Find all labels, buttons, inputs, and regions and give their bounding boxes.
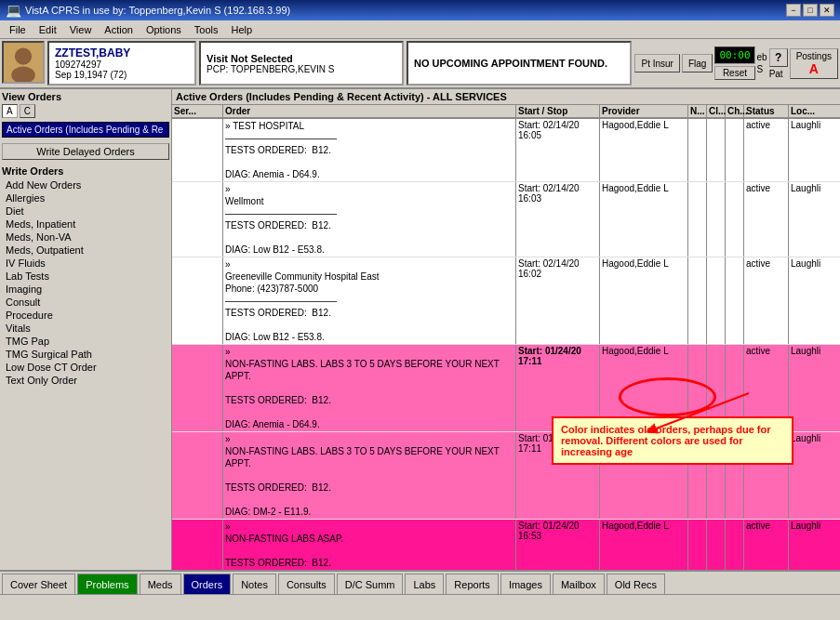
col-header-provider: Provider xyxy=(600,105,688,117)
cell-start-2: Start: 02/14/2016:02 xyxy=(516,257,600,344)
appointment-info: NO UPCOMING APPOINTMENT FOUND. xyxy=(407,41,632,86)
cell-provider-0: Hagood,Eddie L xyxy=(600,119,688,181)
tab-c[interactable]: C xyxy=(20,104,35,118)
status-bar xyxy=(0,594,840,613)
close-button[interactable]: ✕ xyxy=(820,4,834,17)
postings-button[interactable]: Postings A xyxy=(790,48,838,79)
cell-order-1: » Wellmont ———————————— TESTS ORDERED: B… xyxy=(223,182,516,257)
cell-status-0: active xyxy=(744,119,789,181)
view-orders-section: View Orders A C Active Orders (Includes … xyxy=(2,91,169,138)
flag-button[interactable]: Flag xyxy=(682,54,713,73)
menu-low-dose-ct[interactable]: Low Dose CT Order xyxy=(2,361,169,374)
menu-consult[interactable]: Consult xyxy=(2,296,169,309)
menu-tmg-pap[interactable]: TMG Pap xyxy=(2,335,169,348)
pt-insur-button[interactable]: Pt Insur xyxy=(634,54,679,73)
write-delayed-button[interactable]: Write Delayed Orders xyxy=(2,143,169,160)
visit-pcp: PCP: TOPPENBERG,KEVIN S xyxy=(207,64,396,74)
tab-notes[interactable]: Notes xyxy=(233,574,276,594)
write-orders-label: Write Orders xyxy=(2,165,169,177)
cell-ch-5 xyxy=(726,520,744,570)
menu-meds-outpatient[interactable]: Meds, Outpatient xyxy=(2,244,169,257)
cell-cl-5 xyxy=(707,520,726,570)
cell-ch-0 xyxy=(726,119,744,181)
header-controls: Pt Insur Flag 00:00 Reset eb S ? Pat Pos… xyxy=(634,41,838,86)
cell-ser-0 xyxy=(172,119,223,181)
menu-add-new-orders[interactable]: Add New Orders xyxy=(2,178,169,191)
menu-lab-tests[interactable]: Lab Tests xyxy=(2,270,169,283)
menu-allergies[interactable]: Allergies xyxy=(2,191,169,204)
cell-order-3: » NON-FASTING LABS. LABS 3 TO 5 DAYS BEF… xyxy=(223,345,516,431)
tab-old-recs[interactable]: Old Recs xyxy=(607,574,665,594)
left-panel: View Orders A C Active Orders (Includes … xyxy=(0,89,172,570)
postings-label: Postings xyxy=(796,51,832,61)
cell-cl-1 xyxy=(707,182,726,257)
menu-file[interactable]: File xyxy=(4,23,32,36)
col-header-cl: Cl... xyxy=(707,105,726,117)
menu-procedure[interactable]: Procedure xyxy=(2,309,169,322)
cell-provider-2: Hagood,Eddie L xyxy=(600,257,688,344)
cell-n-5 xyxy=(688,520,707,570)
orders-body-wrap: » TEST HOSPITAL ———————————— TESTS ORDER… xyxy=(172,119,840,570)
menu-meds-non-va[interactable]: Meds, Non-VA xyxy=(2,231,169,244)
menu-meds-inpatient[interactable]: Meds, Inpatient xyxy=(2,218,169,231)
cell-n-1 xyxy=(688,182,707,257)
menu-options[interactable]: Options xyxy=(140,23,187,36)
active-orders-tab[interactable]: Active Orders (Includes Pending & Re xyxy=(2,122,169,138)
visit-info: Visit Not Selected PCP: TOPPENBERG,KEVIN… xyxy=(199,41,404,86)
menu-tmg-surgical-path[interactable]: TMG Surgical Path xyxy=(2,348,169,361)
reset-button[interactable]: Reset xyxy=(714,66,754,80)
cell-ser-4 xyxy=(172,432,223,519)
help-button[interactable]: ? xyxy=(769,48,788,67)
order-row[interactable]: » NON-FASTING LABS ASAP. TESTS ORDERED: … xyxy=(172,520,840,570)
tab-meds[interactable]: Meds xyxy=(140,574,181,594)
cell-start-0: Start: 02/14/2016:05 xyxy=(516,119,600,181)
order-row[interactable]: » Wellmont ———————————— TESTS ORDERED: B… xyxy=(172,182,840,257)
cell-n-2 xyxy=(688,257,707,344)
col-header-start: Start / Stop xyxy=(516,105,600,117)
order-row[interactable]: » TEST HOSPITAL ———————————— TESTS ORDER… xyxy=(172,119,840,182)
menu-diet[interactable]: Diet xyxy=(2,204,169,218)
tab-images[interactable]: Images xyxy=(500,574,551,594)
tab-consults[interactable]: Consults xyxy=(278,574,335,594)
patient-photo xyxy=(2,41,45,84)
cell-start-5: Start: 01/24/2016:53 xyxy=(516,520,600,570)
visit-title: Visit Not Selected xyxy=(207,53,396,64)
menu-vitals[interactable]: Vitals xyxy=(2,322,169,335)
col-header-status: Status xyxy=(744,105,789,117)
menu-imaging[interactable]: Imaging xyxy=(2,283,169,296)
tab-problems[interactable]: Problems xyxy=(77,574,137,594)
cell-loc-4: Laughli xyxy=(789,432,840,519)
cell-provider-1: Hagood,Eddie L xyxy=(600,182,688,257)
tab-dc-summ[interactable]: D/C Summ xyxy=(337,574,404,594)
cell-loc-0: Laughli xyxy=(789,119,840,181)
col-header-ch: Ch... xyxy=(726,105,744,117)
tab-labs[interactable]: Labs xyxy=(405,574,444,594)
tab-cover-sheet[interactable]: Cover Sheet xyxy=(2,574,75,594)
cell-status-5: active xyxy=(744,520,789,570)
menu-edit[interactable]: Edit xyxy=(33,23,62,36)
cell-status-1: active xyxy=(744,182,789,257)
tab-a[interactable]: A xyxy=(2,104,18,118)
tab-orders[interactable]: Orders xyxy=(183,574,232,594)
cell-ch-2 xyxy=(726,257,744,344)
menu-tools[interactable]: Tools xyxy=(189,23,224,36)
view-orders-label: View Orders xyxy=(2,91,169,102)
s-label: S xyxy=(757,64,767,74)
tab-reports[interactable]: Reports xyxy=(446,574,499,594)
col-header-order: Order xyxy=(223,105,516,117)
maximize-button[interactable]: □ xyxy=(803,4,818,17)
tab-mailbox[interactable]: Mailbox xyxy=(553,574,605,594)
order-row[interactable]: » Greeneville Community Hospital East Ph… xyxy=(172,257,840,345)
cell-cl-0 xyxy=(707,119,726,181)
postings-badge: A xyxy=(809,61,819,76)
menu-help[interactable]: Help xyxy=(226,23,259,36)
patient-dob: Sep 19,1947 (72) xyxy=(55,70,189,80)
cell-n-0 xyxy=(688,119,707,181)
minimize-button[interactable]: − xyxy=(786,4,801,17)
menu-view[interactable]: View xyxy=(64,23,98,36)
cell-status-2: active xyxy=(744,257,789,344)
menu-text-only-order[interactable]: Text Only Order xyxy=(2,374,169,387)
time-display: 00:00 xyxy=(714,46,754,64)
menu-action[interactable]: Action xyxy=(99,23,139,36)
menu-iv-fluids[interactable]: IV Fluids xyxy=(2,257,169,270)
